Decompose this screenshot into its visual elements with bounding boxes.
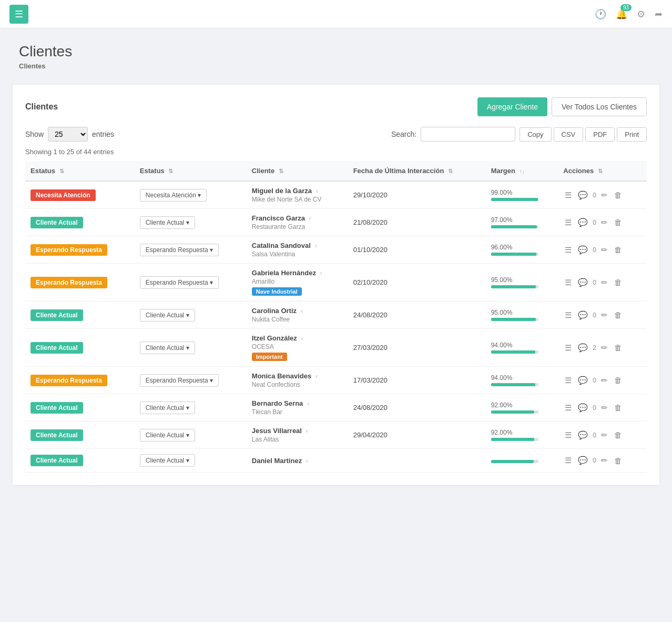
expand-icon[interactable]: ‹	[320, 269, 322, 277]
notification-wrapper[interactable]: 🔔 93	[616, 8, 627, 20]
status-dropdown-button[interactable]: Cliente Actual ▾	[140, 309, 195, 322]
delete-icon[interactable]: 🗑	[613, 402, 624, 414]
comment-icon[interactable]: 💬	[576, 429, 589, 442]
margen-cell: 95.00%	[486, 264, 558, 302]
comment-icon[interactable]: 💬	[576, 342, 589, 354]
comment-icon[interactable]: 💬	[576, 244, 589, 256]
clients-table: Estatus ⇅ Estatus ⇅ Cliente ⇅ Fecha de Ú…	[25, 161, 647, 473]
clock-icon[interactable]: 🕐	[595, 8, 606, 20]
comment-icon[interactable]: 💬	[576, 374, 589, 387]
list-icon[interactable]: ☰	[563, 374, 573, 387]
status-dropdown-button[interactable]: Cliente Actual ▾	[140, 402, 195, 414]
edit-icon[interactable]: ✏	[599, 216, 609, 229]
delete-icon[interactable]: 🗑	[613, 374, 624, 386]
progress-bar-fill	[491, 460, 534, 463]
actions-group: ☰ 💬 0 ✏ 🗑	[563, 276, 642, 289]
progress-bar-bg	[491, 410, 538, 414]
copy-button[interactable]: Copy	[520, 127, 551, 142]
list-icon[interactable]: ☰	[563, 402, 573, 414]
card-header: Clientes Agregar Cliente Ver Todos Los C…	[25, 97, 647, 116]
comment-icon[interactable]: 💬	[576, 402, 589, 414]
list-icon[interactable]: ☰	[563, 189, 573, 202]
status-dropdown-button[interactable]: Esperando Respuesta ▾	[140, 374, 219, 387]
entries-select[interactable]: 25 10 50 100	[48, 127, 88, 142]
gear-icon[interactable]: ⚙	[637, 8, 645, 20]
delete-icon[interactable]: 🗑	[613, 309, 624, 321]
edit-icon[interactable]: ✏	[599, 454, 609, 467]
progress-bar-fill	[491, 318, 536, 321]
list-icon[interactable]: ☰	[563, 309, 573, 322]
comment-icon[interactable]: 💬	[576, 309, 589, 322]
delete-icon[interactable]: 🗑	[613, 216, 624, 228]
delete-icon[interactable]: 🗑	[613, 455, 624, 467]
edit-icon[interactable]: ✏	[599, 189, 609, 202]
entries-label: entries	[92, 130, 114, 138]
hamburger-button[interactable]: ☰	[9, 5, 28, 24]
client-cell: Gabriela Hernández ‹AmarilloNave Industr…	[247, 264, 348, 302]
client-company: Restaurante Garza	[252, 223, 343, 230]
delete-icon[interactable]: 🗑	[613, 276, 624, 288]
expand-icon[interactable]: ‹	[309, 214, 311, 222]
edit-icon[interactable]: ✏	[599, 276, 609, 289]
delete-icon[interactable]: 🗑	[613, 342, 624, 354]
progress-bar-bg	[491, 253, 538, 256]
status-badge: Cliente Actual	[30, 217, 83, 228]
status-dropdown-button[interactable]: Cliente Actual ▾	[140, 454, 195, 467]
status-badge: Cliente Actual	[30, 455, 83, 466]
print-button[interactable]: Print	[617, 127, 647, 142]
edit-icon[interactable]: ✏	[599, 309, 609, 322]
status-dropdown-button[interactable]: Necesita Atención ▾	[140, 189, 207, 202]
expand-icon[interactable]: ‹	[307, 399, 309, 407]
edit-icon[interactable]: ✏	[599, 402, 609, 414]
status-badge-cell: Cliente Actual	[25, 302, 135, 329]
fecha-cell	[348, 449, 486, 473]
col-acciones: Acciones ⇅	[558, 161, 647, 181]
edit-icon[interactable]: ✏	[599, 244, 609, 256]
client-company: Neat Confections	[252, 381, 343, 388]
edit-icon[interactable]: ✏	[599, 374, 609, 387]
actions-group: ☰ 💬 2 ✏ 🗑	[563, 342, 642, 354]
comment-icon[interactable]: 💬	[576, 454, 589, 467]
comment-icon[interactable]: 💬	[576, 216, 589, 229]
expand-icon[interactable]: ‹	[301, 307, 303, 315]
status-dropdown-button[interactable]: Cliente Actual ▾	[140, 342, 195, 354]
search-input[interactable]	[421, 127, 515, 142]
delete-icon[interactable]: 🗑	[613, 429, 624, 441]
expand-icon[interactable]: ‹	[306, 427, 308, 435]
expand-icon[interactable]: ‹	[316, 187, 318, 195]
csv-button[interactable]: CSV	[554, 127, 584, 142]
status-badge-cell: Cliente Actual	[25, 449, 135, 473]
comment-icon[interactable]: 💬	[576, 276, 589, 289]
expand-icon[interactable]: ‹	[301, 334, 303, 342]
expand-icon[interactable]: ‹	[306, 457, 308, 465]
delete-icon[interactable]: 🗑	[613, 189, 624, 201]
view-all-button[interactable]: Ver Todos Los Clientes	[552, 97, 647, 116]
list-icon[interactable]: ☰	[563, 216, 573, 229]
list-icon[interactable]: ☰	[563, 429, 573, 442]
edit-icon[interactable]: ✏	[599, 429, 609, 442]
delete-icon[interactable]: 🗑	[613, 244, 624, 256]
comment-icon[interactable]: 💬	[576, 189, 589, 202]
status-dropdown-button[interactable]: Esperando Respuesta ▾	[140, 244, 219, 256]
table-row: Cliente ActualCliente Actual ▾Itzel Gonz…	[25, 329, 647, 367]
list-icon[interactable]: ☰	[563, 454, 573, 467]
status-dropdown-button[interactable]: Esperando Respuesta ▾	[140, 276, 219, 289]
status-dropdown-button[interactable]: Cliente Actual ▾	[140, 429, 195, 442]
fecha-cell: 29/10/2020	[348, 181, 486, 209]
comment-count: 0	[593, 192, 596, 199]
expand-icon[interactable]: ‹	[315, 372, 318, 380]
list-icon[interactable]: ☰	[563, 244, 573, 256]
client-tag: Important	[252, 353, 287, 361]
client-name: Itzel González ‹	[252, 334, 343, 342]
add-client-button[interactable]: Agregar Cliente	[477, 97, 547, 116]
list-icon[interactable]: ☰	[563, 342, 573, 354]
status-dropdown-button[interactable]: Cliente Actual ▾	[140, 216, 195, 229]
expand-icon[interactable]: ‹	[314, 242, 317, 249]
comment-count: 0	[593, 246, 596, 254]
edit-icon[interactable]: ✏	[599, 342, 609, 354]
status-badge: Esperando Respuesta	[30, 277, 107, 288]
share-icon[interactable]: ➦	[655, 8, 663, 20]
list-icon[interactable]: ☰	[563, 276, 573, 289]
pdf-button[interactable]: PDF	[585, 127, 615, 142]
client-cell: Miguel de la Garza ‹Mike del Norte SA de…	[247, 181, 348, 209]
